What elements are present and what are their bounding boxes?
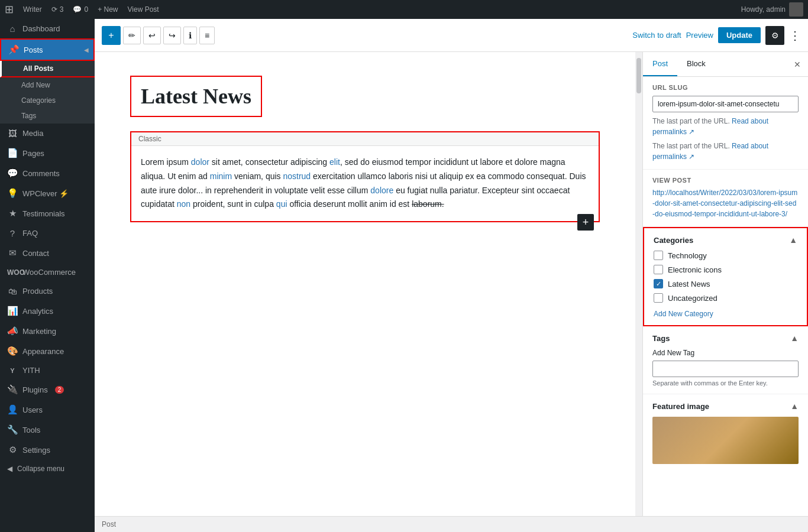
sidebar-item-testimonials[interactable]: ★ Testimonials [0, 203, 95, 223]
featured-image-section: Featured image ▲ [643, 394, 808, 471]
sidebar-item-yith[interactable]: Y YITH [0, 361, 95, 379]
preview-button[interactable]: Preview [686, 31, 713, 40]
sidebar-label-faq: FAQ [22, 229, 38, 238]
undo-icon: ↩ [148, 31, 156, 40]
edit-mode-button[interactable]: ✏ [123, 27, 141, 44]
url-slug-input[interactable] [652, 96, 799, 112]
wp-logo-icon[interactable]: ⊞ [5, 3, 14, 16]
view-post-url-link[interactable]: http://localhost/Writer/2022/03/03/lorem… [652, 187, 799, 219]
topbar-updates[interactable]: ⟳ 3 [51, 5, 64, 14]
pencil-icon: ✏ [128, 31, 135, 40]
post-title[interactable]: Latest News [141, 84, 251, 109]
category-label-latest-news[interactable]: Latest News [668, 280, 710, 288]
categories-toggle-button[interactable]: ▲ [789, 235, 797, 245]
sidebar-item-pages[interactable]: 📄 Pages [0, 143, 95, 163]
collapse-menu-label: Collapse menu [17, 465, 64, 473]
sidebar-item-tools[interactable]: 🔧 Tools [0, 420, 95, 440]
panel-close-button[interactable]: ✕ [787, 55, 808, 74]
add-block-button[interactable]: + [102, 26, 121, 45]
featured-image-header: Featured image ▲ [652, 401, 799, 411]
category-checkbox-electronic-icons[interactable] [654, 265, 663, 274]
sidebar-item-plugins[interactable]: 🔌 Plugins 2 [0, 379, 95, 400]
submenu-add-new[interactable]: Add New [0, 77, 95, 93]
submenu-all-posts[interactable]: All Posts [0, 61, 95, 77]
category-checkbox-technology[interactable] [654, 251, 663, 260]
classic-block[interactable]: Classic Lorem ipsum dolor sit amet, cons… [130, 131, 600, 222]
category-checkbox-latest-news[interactable]: ✓ [654, 279, 663, 288]
submenu-tags[interactable]: Tags [0, 108, 95, 124]
classic-block-content[interactable]: Lorem ipsum dolor sit amet, consectetur … [131, 146, 599, 221]
update-button[interactable]: Update [718, 27, 761, 43]
switch-to-draft-button[interactable]: Switch to draft [632, 31, 681, 40]
sidebar-item-posts[interactable]: 📌 Posts ◀ [0, 38, 95, 61]
tags-toggle-button[interactable]: ▲ [790, 333, 799, 343]
category-label-technology[interactable]: Technology [668, 251, 707, 260]
sidebar-item-faq[interactable]: ? FAQ [0, 223, 95, 243]
view-post-section: VIEW POST http://localhost/Writer/2022/0… [643, 170, 808, 227]
topbar-new[interactable]: + New [98, 5, 118, 14]
list-view-button[interactable]: ≡ [199, 27, 215, 44]
topbar-comments[interactable]: 💬 0 [73, 5, 88, 14]
media-icon: 🖼 [7, 128, 18, 138]
kebab-menu-button[interactable]: ⋮ [789, 28, 801, 43]
featured-image-preview[interactable] [652, 417, 799, 464]
categories-section: Categories ▲ Technology Electronic icons… [643, 227, 808, 326]
undo-button[interactable]: ↩ [143, 27, 161, 44]
sidebar-item-media[interactable]: 🖼 Media [0, 124, 95, 143]
sidebar-item-woocommerce[interactable]: WOO WooCommerce [0, 263, 95, 281]
category-checkbox-uncategorized[interactable] [654, 293, 663, 303]
collapse-arrow-icon: ◀ [7, 465, 12, 473]
post-title-block[interactable]: Latest News [130, 76, 262, 117]
submenu-categories[interactable]: Categories [0, 93, 95, 108]
editor-topbar: + ✏ ↩ ↪ ℹ ≡ Switch to [95, 19, 808, 52]
post-settings-button[interactable]: ⚙ [765, 26, 784, 45]
info-icon: ℹ [189, 31, 192, 40]
sidebar-item-wpclever[interactable]: 💡 WPClever ⚡ [0, 183, 95, 203]
sidebar-item-products[interactable]: 🛍 Products [0, 281, 95, 301]
add-tag-input[interactable] [652, 361, 799, 377]
pages-icon: 📄 [7, 148, 18, 158]
topbar-howdy: Howdy, admin [741, 2, 803, 17]
sidebar-item-marketing[interactable]: 📣 Marketing [0, 321, 95, 341]
sidebar-item-contact[interactable]: ✉ Contact [0, 243, 95, 263]
sidebar-item-dashboard[interactable]: ⌂ Dashboard [0, 19, 95, 38]
strikethrough-laborum: laborum. [412, 199, 444, 209]
url-slug-label: URL Slug [652, 84, 799, 91]
category-label-electronic-icons[interactable]: Electronic icons [668, 265, 722, 274]
scrollbar-thumb [636, 58, 641, 93]
updates-icon: ⟳ [51, 5, 57, 14]
sidebar-label-users: Users [22, 406, 43, 414]
sidebar-item-users[interactable]: 👤 Users [0, 400, 95, 420]
dashboard-icon: ⌂ [7, 24, 18, 34]
updates-count: 3 [60, 5, 64, 14]
add-block-inline-button[interactable]: + [577, 214, 594, 231]
editor-main: Latest News Classic Lorem ipsum dolor si… [95, 52, 635, 516]
collapse-menu-button[interactable]: ◀ Collapse menu [0, 460, 95, 478]
sidebar-item-comments[interactable]: 💬 Comments [0, 163, 95, 183]
right-panel: Post Block ✕ URL Slug The last part of t… [642, 52, 808, 516]
tab-post[interactable]: Post [643, 52, 677, 76]
info-button[interactable]: ℹ [183, 27, 197, 44]
list-icon: ≡ [205, 31, 209, 40]
topbar-view-post[interactable]: View Post [128, 5, 159, 14]
sidebar-item-settings[interactable]: ⚙ Settings [0, 440, 95, 460]
category-item-technology: Technology [654, 251, 797, 260]
link-dolor: dolor [191, 157, 209, 167]
sidebar-label-tools: Tools [22, 426, 40, 434]
sidebar-item-analytics[interactable]: 📊 Analytics [0, 301, 95, 321]
topbar-site[interactable]: Writer [23, 5, 42, 14]
add-new-category-link[interactable]: Add New Category [654, 310, 713, 318]
redo-button[interactable]: ↪ [163, 27, 181, 44]
category-label-uncategorized[interactable]: Uncategorized [668, 294, 717, 303]
categories-title: Categories [654, 236, 693, 245]
tab-block[interactable]: Block [677, 52, 715, 76]
category-item-electronic-icons: Electronic icons [654, 265, 797, 274]
editor-scrollbar[interactable] [635, 52, 642, 516]
featured-image-toggle-button[interactable]: ▲ [790, 401, 799, 411]
featured-image-inner [652, 417, 799, 464]
sidebar-label-contact: Contact [22, 249, 49, 258]
sidebar-label-comments: Comments [22, 169, 60, 178]
sidebar-label-settings: Settings [22, 446, 50, 455]
sidebar-label-products: Products [22, 287, 53, 296]
sidebar-item-appearance[interactable]: 🎨 Appearance [0, 341, 95, 361]
